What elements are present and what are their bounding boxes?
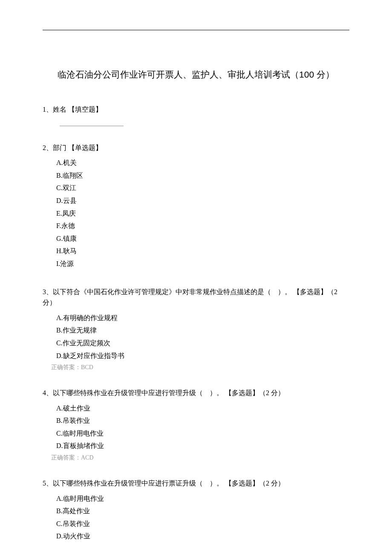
question-block: 5、以下哪些特殊作业在升级管理中应进行票证升级（ ）。 【多选题】（2 分） A… [43, 478, 349, 543]
option-item: B.吊装作业 [56, 414, 349, 427]
question-block: 4、以下哪些特殊作业在升级管理中应进行管理升级（ ）。 【多选题】（2 分） A… [43, 387, 349, 462]
question-block: 3、以下符合《中国石化作业许可管理规定》中对非常规作业特点描述的是（ ）。 【多… [43, 286, 349, 372]
question-type: 【多选题】 [225, 389, 259, 396]
option-item: D.云县 [56, 194, 349, 207]
option-item: H.耿马 [56, 245, 349, 257]
question-number: 2、 [43, 144, 53, 151]
question-number: 1、 [43, 106, 53, 113]
question-score: （2 分） [259, 480, 285, 487]
question-type: 【单选题】 [68, 144, 102, 151]
option-item: F.永德 [56, 220, 349, 232]
option-item: C.双江 [56, 182, 349, 194]
correct-answer: 正确答案：ACD [43, 454, 349, 462]
header-line [43, 30, 349, 30]
question-score: （2 分） [259, 389, 285, 396]
option-item: B.高处作业 [56, 505, 349, 517]
page-title: 临沧石油分公司作业许可开票人、监护人、审批人培训考试（100 分） [43, 69, 349, 81]
option-item: B.作业无规律 [56, 324, 349, 337]
options-list: A.临时用电作业 B.高处作业 C.吊装作业 D.动火作业 [43, 492, 349, 543]
option-item: C.作业无固定频次 [56, 337, 349, 350]
question-body: 以下哪些特殊作业在升级管理中应进行票证升级（ ）。 [53, 480, 223, 487]
question-text: 4、以下哪些特殊作业在升级管理中应进行管理升级（ ）。 【多选题】（2 分） [43, 387, 349, 399]
question-text: 2、部门 【单选题】 [43, 142, 349, 153]
fill-blank-wrapper [43, 119, 349, 126]
question-text: 5、以下哪些特殊作业在升级管理中应进行票证升级（ ）。 【多选题】（2 分） [43, 478, 349, 489]
options-list: A.有明确的作业规程 B.作业无规律 C.作业无固定频次 D.缺乏对应作业指导书 [43, 312, 349, 362]
option-item: I.沧源 [56, 257, 349, 270]
option-item: A.破土作业 [56, 402, 349, 415]
question-type: 【多选题】 [293, 288, 327, 295]
option-item: D.动火作业 [56, 530, 349, 543]
question-body: 以下哪些特殊作业在升级管理中应进行管理升级（ ）。 [53, 389, 223, 396]
option-item: G.镇康 [56, 232, 349, 245]
question-type: 【多选题】 [225, 480, 259, 487]
option-item: A.机关 [56, 156, 349, 169]
question-body: 以下符合《中国石化作业许可管理规定》中对非常规作业特点描述的是（ ）。 [53, 288, 291, 295]
question-block: 1、姓名 【填空题】 [43, 104, 349, 126]
option-item: E.凤庆 [56, 207, 349, 220]
question-type: 【填空题】 [68, 106, 102, 113]
fill-blank-line[interactable] [60, 123, 124, 126]
option-item: A.临时用电作业 [56, 492, 349, 505]
correct-answer: 正确答案：BCD [43, 364, 349, 371]
option-item: D.缺乏对应作业指导书 [56, 350, 349, 362]
question-text: 1、姓名 【填空题】 [43, 104, 349, 115]
question-number: 3、 [43, 288, 53, 295]
question-text: 3、以下符合《中国石化作业许可管理规定》中对非常规作业特点描述的是（ ）。 【多… [43, 286, 349, 308]
options-list: A.机关 B.临翔区 C.双江 D.云县 E.凤庆 F.永德 G.镇康 H.耿马… [43, 156, 349, 270]
question-body: 部门 [53, 144, 66, 151]
question-number: 4、 [43, 389, 53, 396]
option-item: B.临翔区 [56, 169, 349, 182]
question-number: 5、 [43, 480, 53, 487]
options-list: A.破土作业 B.吊装作业 C.临时用电作业 D.盲板抽堵作业 [43, 402, 349, 452]
option-item: C.吊装作业 [56, 517, 349, 530]
option-item: D.盲板抽堵作业 [56, 439, 349, 452]
option-item: A.有明确的作业规程 [56, 312, 349, 324]
question-body: 姓名 [53, 106, 66, 113]
question-block: 2、部门 【单选题】 A.机关 B.临翔区 C.双江 D.云县 E.凤庆 F.永… [43, 142, 349, 270]
option-item: C.临时用电作业 [56, 427, 349, 440]
